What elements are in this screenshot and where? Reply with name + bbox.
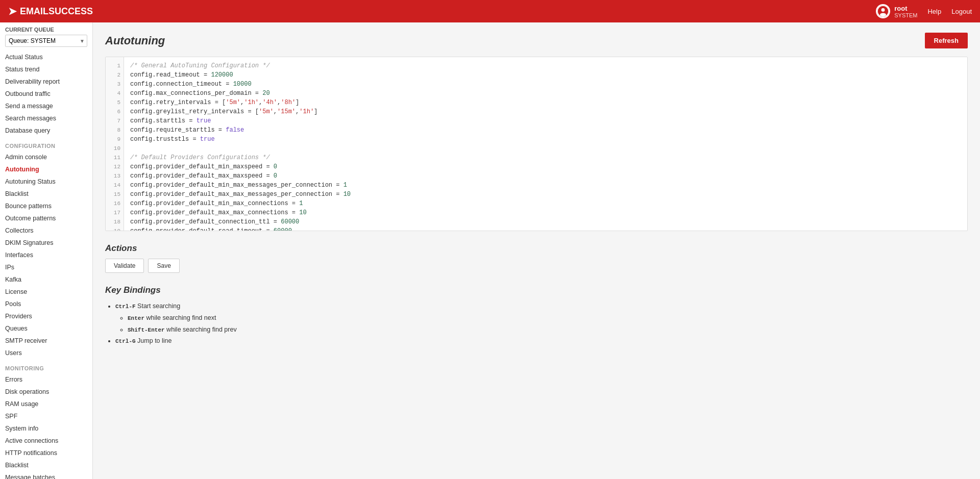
keybinding-shift-enter: Shift-Enter while searching find prev — [128, 324, 968, 336]
sidebar-item-database-query[interactable]: Database query — [0, 124, 92, 137]
logo-arrow: ➤ — [8, 5, 17, 17]
main-content: Autotuning Refresh 12345 678910 11121314… — [93, 22, 980, 479]
code-editor-container: 12345 678910 1112131415 1617181920 21222… — [105, 57, 968, 231]
sidebar-item-bounce-patterns[interactable]: Bounce patterns — [0, 200, 92, 212]
keybinding-label-ctrlf: Start searching — [137, 302, 180, 310]
code-editor[interactable]: 12345 678910 1112131415 1617181920 21222… — [106, 57, 967, 231]
sidebar-item-search-messages[interactable]: Search messages — [0, 112, 92, 124]
keybinding-key-ctrlf: Ctrl-F — [115, 304, 136, 310]
keybindings-list: Ctrl-F Start searching Enter while searc… — [105, 300, 968, 347]
queue-select[interactable]: Queue: SYSTEM — [5, 35, 87, 47]
sidebar-item-autotuning-status[interactable]: Autotuning Status — [0, 175, 92, 188]
sidebar-item-status-trend[interactable]: Status trend — [0, 63, 92, 75]
keybinding-enter: Enter while searching find next — [128, 312, 968, 324]
keybinding-key-shift-enter: Shift-Enter — [128, 327, 165, 333]
queue-selector: CURRENT QUEUE Queue: SYSTEM ▼ — [0, 22, 92, 51]
user-name-role: root SYSTEM — [894, 5, 917, 18]
sidebar-section-configuration: CONFIGURATION Admin console Autotuning A… — [0, 137, 92, 359]
keybindings-title: Key Bindings — [105, 285, 968, 295]
sidebar: CURRENT QUEUE Queue: SYSTEM ▼ Actual Sta… — [0, 22, 93, 479]
sidebar-item-deliverability-report[interactable]: Deliverability report — [0, 75, 92, 88]
sidebar-item-interfaces[interactable]: Interfaces — [0, 249, 92, 261]
sidebar-item-dkim-signatures[interactable]: DKIM Signatures — [0, 237, 92, 249]
sidebar-item-pools[interactable]: Pools — [0, 298, 92, 310]
avatar — [876, 4, 890, 18]
sidebar-item-collectors[interactable]: Collectors — [0, 224, 92, 237]
svg-point-1 — [881, 8, 885, 12]
sidebar-item-disk-operations[interactable]: Disk operations — [0, 386, 92, 398]
sidebar-item-active-connections[interactable]: Active connections — [0, 435, 92, 447]
sidebar-item-ips[interactable]: IPs — [0, 261, 92, 273]
monitoring-section-title: MONITORING — [0, 359, 92, 373]
keybinding-label-enter: while searching find next — [146, 314, 216, 321]
keybinding-item-ctrlg: Ctrl-G Jump to line — [115, 335, 968, 347]
sidebar-item-message-batches[interactable]: Message batches — [0, 471, 92, 479]
sidebar-item-actual-status[interactable]: Actual Status — [0, 51, 92, 63]
keybinding-label-ctrlg: Jump to line — [137, 337, 172, 344]
sidebar-item-license[interactable]: License — [0, 286, 92, 298]
app-name: EMAILSUCCESS — [20, 6, 93, 17]
keybindings-section: Key Bindings Ctrl-F Start searching Ente… — [105, 285, 968, 347]
logout-link[interactable]: Logout — [951, 8, 972, 15]
page-header: Autotuning Refresh — [105, 33, 968, 48]
sidebar-item-autotuning[interactable]: Autotuning — [0, 163, 92, 175]
sidebar-item-blacklist-config[interactable]: Blacklist — [0, 188, 92, 200]
sidebar-item-outbound-traffic[interactable]: Outbound traffic — [0, 88, 92, 100]
sidebar-item-outcome-patterns[interactable]: Outcome patterns — [0, 212, 92, 224]
keybinding-item-ctrlf: Ctrl-F Start searching Enter while searc… — [115, 300, 968, 335]
refresh-button[interactable]: Refresh — [925, 33, 968, 48]
user-role: SYSTEM — [894, 12, 917, 18]
save-button[interactable]: Save — [148, 259, 179, 273]
user-info: root SYSTEM — [876, 4, 917, 18]
configuration-section-title: CONFIGURATION — [0, 137, 92, 151]
actions-title: Actions — [105, 243, 968, 254]
sidebar-item-send-message[interactable]: Send a message — [0, 100, 92, 112]
sidebar-item-providers[interactable]: Providers — [0, 310, 92, 322]
line-numbers: 12345 678910 1112131415 1617181920 21222… — [106, 57, 124, 231]
keybinding-key-enter: Enter — [128, 315, 144, 321]
action-buttons: Validate Save — [105, 259, 968, 273]
page-title: Autotuning — [105, 34, 165, 47]
sidebar-section-1: Actual Status Status trend Deliverabilit… — [0, 51, 92, 137]
sidebar-item-queues[interactable]: Queues — [0, 322, 92, 335]
keybinding-label-shift-enter: while searching find prev — [166, 326, 237, 333]
app-logo: ➤ EMAILSUCCESS — [8, 5, 93, 17]
sidebar-item-system-info[interactable]: System info — [0, 422, 92, 435]
keybinding-sub-list: Enter while searching find next Shift-En… — [115, 312, 968, 336]
validate-button[interactable]: Validate — [105, 259, 144, 273]
main-layout: CURRENT QUEUE Queue: SYSTEM ▼ Actual Sta… — [0, 22, 980, 479]
sidebar-section-monitoring: MONITORING Errors Disk operations RAM us… — [0, 359, 92, 479]
sidebar-item-kafka[interactable]: Kafka — [0, 273, 92, 286]
sidebar-item-smtp-receiver[interactable]: SMTP receiver — [0, 335, 92, 347]
keybinding-key-ctrlg: Ctrl-G — [115, 338, 136, 344]
sidebar-item-admin-console[interactable]: Admin console — [0, 151, 92, 163]
top-nav-right: root SYSTEM Help Logout — [876, 4, 972, 18]
svg-point-2 — [880, 13, 886, 16]
user-name: root — [894, 5, 917, 12]
sidebar-item-errors[interactable]: Errors — [0, 373, 92, 386]
sidebar-item-ram-usage[interactable]: RAM usage — [0, 398, 92, 410]
queue-select-wrap: Queue: SYSTEM ▼ — [5, 35, 87, 47]
actions-section: Actions Validate Save — [105, 243, 968, 273]
sidebar-item-blacklist-monitor[interactable]: Blacklist — [0, 459, 92, 471]
code-content[interactable]: /* General AutoTuning Configuration */co… — [124, 57, 967, 231]
current-queue-label: CURRENT QUEUE — [5, 27, 87, 33]
top-navigation: ➤ EMAILSUCCESS root SYSTEM Help Logout — [0, 0, 980, 22]
help-link[interactable]: Help — [927, 8, 941, 15]
sidebar-item-users[interactable]: Users — [0, 347, 92, 359]
sidebar-item-spf[interactable]: SPF — [0, 410, 92, 422]
sidebar-item-http-notifications[interactable]: HTTP notifications — [0, 447, 92, 459]
